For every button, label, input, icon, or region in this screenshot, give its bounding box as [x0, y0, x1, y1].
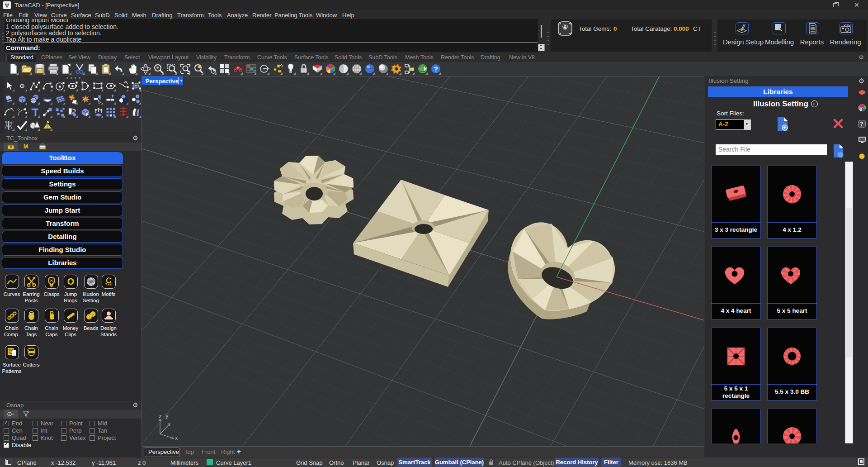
svg-text:z: z [159, 414, 162, 419]
svg-text:x: x [175, 434, 178, 441]
svg-text:?: ? [434, 65, 438, 73]
svg-text:O: O [67, 276, 75, 286]
svg-text:y: y [165, 414, 169, 419]
